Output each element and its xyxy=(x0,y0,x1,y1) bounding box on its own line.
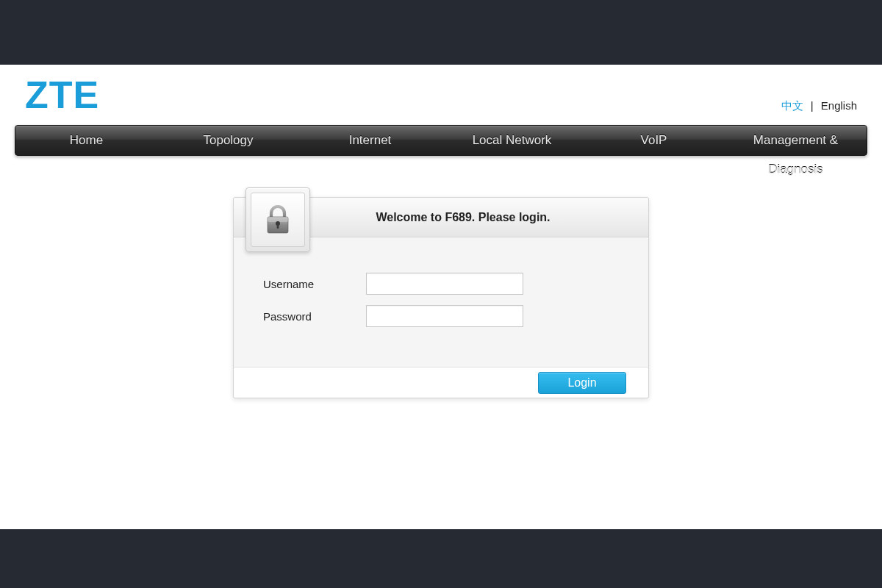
top-bar xyxy=(0,0,882,65)
svg-rect-3 xyxy=(277,223,279,229)
svg-rect-1 xyxy=(268,217,288,222)
lock-chip-inner xyxy=(251,193,305,247)
brand-logo: ZTE xyxy=(25,73,99,117)
language-english-link[interactable]: English xyxy=(821,99,857,112)
language-chinese-link[interactable]: 中文 xyxy=(781,99,803,112)
login-button[interactable]: Login xyxy=(538,372,626,394)
password-input[interactable] xyxy=(366,305,523,327)
nav-topology[interactable]: Topology xyxy=(157,126,299,155)
login-card: Welcome to F689. Please login. Username … xyxy=(233,197,649,398)
login-form: Username Password xyxy=(234,237,648,367)
password-label: Password xyxy=(263,310,366,323)
username-input[interactable] xyxy=(366,273,523,295)
language-separator: | xyxy=(811,99,814,112)
bottom-bar xyxy=(0,529,882,588)
content-area: Welcome to F689. Please login. Username … xyxy=(0,156,882,398)
main-nav: Home Topology Internet Local Network VoI… xyxy=(15,125,867,156)
login-footer: Login xyxy=(234,367,648,398)
header: ZTE 中文 | English xyxy=(0,65,882,125)
nav-local-network[interactable]: Local Network xyxy=(441,126,583,155)
nav-management-diagnosis[interactable]: Management & Diagnosis xyxy=(725,126,867,155)
login-welcome-text: Welcome to F689. Please login. xyxy=(376,211,550,224)
username-label: Username xyxy=(263,278,366,290)
nav-voip[interactable]: VoIP xyxy=(583,126,725,155)
nav-internet[interactable]: Internet xyxy=(299,126,441,155)
language-bar: 中文 | English xyxy=(781,99,857,113)
lock-icon xyxy=(261,203,295,237)
nav-home[interactable]: Home xyxy=(15,126,157,155)
lock-chip xyxy=(245,187,310,252)
password-row: Password xyxy=(263,305,619,327)
username-row: Username xyxy=(263,273,619,295)
